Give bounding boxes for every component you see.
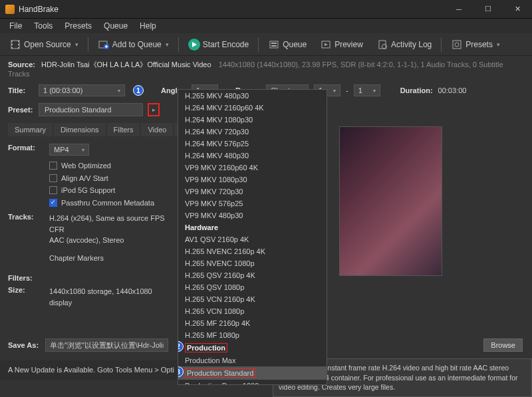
- step-badge-1: 1: [133, 85, 144, 96]
- presets-icon: [451, 39, 463, 51]
- ipod-5g-checkbox[interactable]: iPod 5G Support: [49, 184, 171, 197]
- preset-option[interactable]: H.265 MKV 480p30: [178, 90, 327, 102]
- range-dash: -: [346, 86, 348, 94]
- preview-button[interactable]: Preview: [315, 36, 368, 53]
- tab-summary[interactable]: Summary: [8, 123, 53, 136]
- activity-log-button[interactable]: Activity Log: [371, 36, 437, 53]
- queue-label: Queue: [283, 40, 307, 49]
- menu-file[interactable]: File: [4, 20, 27, 32]
- align-av-checkbox[interactable]: Align A/V Start: [49, 172, 171, 185]
- dropdown-header-hardware: Hardware: [178, 221, 327, 233]
- minimize-button[interactable]: ─: [444, 1, 473, 18]
- size-label: Size:: [8, 286, 41, 294]
- svg-rect-4: [18, 41, 19, 42]
- title-label: Title:: [8, 86, 33, 94]
- dropdown-header-production: Production: [178, 341, 327, 354]
- tab-video[interactable]: Video: [141, 123, 173, 136]
- preset-option[interactable]: VP9 MKV 576p25: [178, 198, 327, 209]
- source-value: HDR-Jolin Tsai《OH LA LA LA》Official Musi…: [41, 61, 211, 68]
- svg-point-16: [455, 43, 459, 47]
- menu-queue[interactable]: Queue: [98, 20, 133, 32]
- svg-rect-5: [18, 44, 19, 45]
- film-icon: [9, 39, 21, 51]
- add-queue-button[interactable]: Add to Queue: [92, 36, 174, 53]
- update-message: A New Update is Available. Goto Tools Me…: [8, 366, 174, 374]
- play-icon: [188, 39, 200, 51]
- preset-option[interactable]: H.264 MKV 720p30: [178, 126, 327, 138]
- preset-option[interactable]: Production Proxy 1080p: [178, 380, 327, 385]
- duration-value: 00:03:00: [438, 86, 467, 94]
- preset-option[interactable]: H.265 MF 2160p 4K: [178, 317, 327, 329]
- menu-tools[interactable]: Tools: [29, 20, 58, 32]
- add-queue-label: Add to Queue: [112, 40, 162, 49]
- preset-option[interactable]: H.265 VCN 2160p 4K: [178, 293, 327, 305]
- passthru-meta-checkbox[interactable]: Passthru Common Metadata: [49, 197, 171, 209]
- start-encode-label: Start Encode: [203, 40, 249, 49]
- add-queue-icon: [98, 39, 110, 51]
- preset-option[interactable]: H.265 MF 1080p: [178, 329, 327, 341]
- preset-label: Preset:: [8, 106, 33, 114]
- filters-label: Filters:: [8, 274, 41, 282]
- preset-option[interactable]: H.264 MKV 1080p30: [178, 114, 327, 126]
- maximize-button[interactable]: ☐: [473, 1, 503, 18]
- range-to-select[interactable]: 1: [354, 84, 380, 96]
- svg-rect-9: [270, 41, 278, 48]
- preview-thumbnail: [339, 126, 442, 276]
- toolbar: Open Source Add to Queue Start Encode Qu…: [0, 33, 532, 56]
- start-encode-button[interactable]: Start Encode: [183, 36, 254, 53]
- format-select[interactable]: MP4: [49, 144, 89, 156]
- preset-option[interactable]: VP9 MKV 720p30: [178, 186, 327, 198]
- activity-log-label: Activity Log: [391, 40, 432, 49]
- preview-icon: [320, 39, 332, 51]
- web-optimized-checkbox[interactable]: Web Optimized: [49, 160, 171, 172]
- tab-dimensions[interactable]: Dimensions: [54, 123, 105, 136]
- save-label: Save As:: [8, 341, 41, 349]
- preset-option[interactable]: VP9 MKV 1080p30: [178, 174, 327, 186]
- source-bar: Source: HDR-Jolin Tsai《OH LA LA LA》Offic…: [0, 56, 532, 82]
- tracks-label: Tracks:: [8, 213, 41, 221]
- svg-rect-11: [271, 45, 277, 47]
- svg-rect-6: [18, 47, 19, 49]
- presets-button[interactable]: Presets: [446, 36, 505, 53]
- duration-label: Duration:: [400, 86, 433, 94]
- preset-option[interactable]: Production Max: [178, 354, 327, 366]
- preset-option[interactable]: H.264 MKV 480p30: [178, 150, 327, 162]
- title-select[interactable]: 1 (00:03:00): [39, 84, 125, 96]
- size-value: 1440x1080 storage, 1440x1080 display: [49, 286, 171, 308]
- menu-help[interactable]: Help: [134, 20, 162, 32]
- close-button[interactable]: ✕: [503, 1, 532, 18]
- preset-option[interactable]: H.265 QSV 2160p 4K: [178, 269, 327, 281]
- window-title: HandBrake: [19, 5, 444, 14]
- preset-dropdown: H.265 MKV 480p30H.264 MKV 2160p60 4KH.26…: [178, 89, 327, 385]
- preset-option[interactable]: H.264 MKV 576p25: [178, 138, 327, 150]
- preset-option[interactable]: AV1 QSV 2160p 4K: [178, 233, 327, 245]
- preset-option[interactable]: 3Production Standard: [178, 366, 327, 380]
- menu-presets[interactable]: Presets: [59, 20, 97, 32]
- tab-filters[interactable]: Filters: [107, 123, 140, 136]
- log-icon: [376, 39, 388, 51]
- step-badge-3: 3: [178, 366, 184, 377]
- preset-select[interactable]: Production Standard: [39, 103, 143, 116]
- save-path-input[interactable]: [45, 338, 168, 352]
- chapter-markers: Chapter Markers: [49, 253, 171, 264]
- svg-rect-3: [11, 47, 13, 49]
- source-label: Source:: [8, 61, 35, 68]
- preset-option[interactable]: H.265 QSV 1080p: [178, 281, 327, 293]
- svg-rect-1: [11, 41, 13, 42]
- preset-option[interactable]: H.264 MKV 2160p60 4K: [178, 102, 327, 114]
- browse-button[interactable]: Browse: [483, 338, 523, 352]
- format-label: Format:: [8, 144, 41, 152]
- queue-button[interactable]: Queue: [263, 36, 312, 53]
- preview-label: Preview: [334, 40, 363, 49]
- preset-option[interactable]: H.265 VCN 1080p: [178, 305, 327, 317]
- preset-option[interactable]: H.265 NVENC 2160p 4K: [178, 245, 327, 257]
- tracks-line2: AAC (avcodec), Stereo: [49, 235, 171, 246]
- preset-option[interactable]: H.265 NVENC 1080p: [178, 257, 327, 269]
- open-source-label: Open Source: [24, 40, 71, 49]
- preset-expand-button[interactable]: [148, 103, 160, 116]
- titlebar: HandBrake ─ ☐ ✕: [0, 0, 532, 19]
- svg-rect-2: [11, 44, 13, 45]
- preset-option[interactable]: VP9 MKV 2160p60 4K: [178, 162, 327, 174]
- preset-option[interactable]: VP9 MKV 480p30: [178, 209, 327, 221]
- open-source-button[interactable]: Open Source: [4, 36, 84, 53]
